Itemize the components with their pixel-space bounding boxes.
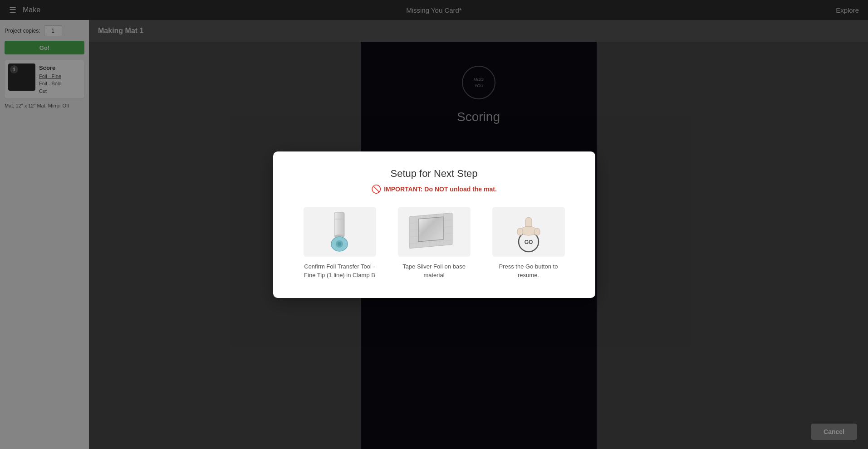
svg-text:GO: GO: [524, 239, 533, 245]
step1-image: [304, 207, 376, 257]
modal-steps: Confirm Foil Transfer Tool - Fine Tip (1…: [291, 207, 577, 280]
svg-rect-20: [418, 217, 443, 242]
modal-step-2: Tape Silver Foil on base material: [393, 207, 475, 280]
modal-step-3: GO Press the Go button to resume.: [488, 207, 569, 280]
svg-rect-3: [334, 212, 344, 237]
svg-rect-25: [517, 228, 523, 235]
svg-rect-26: [535, 228, 540, 235]
modal-title: Setup for Next Step: [291, 168, 577, 180]
modal-warning-text: IMPORTANT: Do NOT unload the mat.: [384, 185, 497, 193]
step3-label: Press the Go button to resume.: [488, 262, 569, 280]
step3-image: GO: [492, 207, 565, 257]
step1-label: Confirm Foil Transfer Tool - Fine Tip (1…: [299, 262, 381, 280]
no-entry-icon: 🚫: [371, 184, 381, 194]
svg-point-9: [338, 242, 341, 246]
modal-warning: 🚫 IMPORTANT: Do NOT unload the mat.: [291, 184, 577, 194]
modal-step-1: Confirm Foil Transfer Tool - Fine Tip (1…: [299, 207, 381, 280]
step2-image: [398, 207, 471, 257]
modal-backdrop: Setup for Next Step 🚫 IMPORTANT: Do NOT …: [0, 0, 868, 449]
step2-label: Tape Silver Foil on base material: [393, 262, 475, 280]
setup-modal: Setup for Next Step 🚫 IMPORTANT: Do NOT …: [273, 151, 595, 298]
